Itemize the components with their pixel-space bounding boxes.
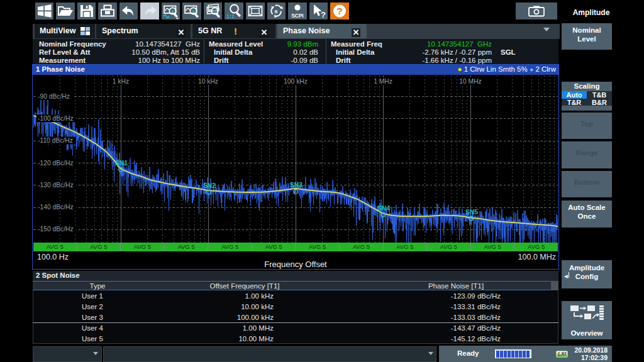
- svg-text:-110 dBc/Hz: -110 dBc/Hz: [38, 137, 73, 144]
- svg-text:10 MHz: 10 MHz: [459, 78, 481, 85]
- svg-text:-120 dBc/Hz: -120 dBc/Hz: [38, 160, 74, 167]
- svg-text:?: ?: [321, 10, 326, 19]
- svg-text:SN1: SN1: [115, 160, 128, 167]
- svg-text:-140 dBc/Hz: -140 dBc/Hz: [38, 204, 74, 211]
- svg-text:-130 dBc/Hz: -130 dBc/Hz: [38, 182, 74, 189]
- svg-text:SN3: SN3: [290, 182, 303, 189]
- svg-text:1 MHz: 1 MHz: [374, 78, 392, 85]
- svg-text:-100 dBc/Hz: -100 dBc/Hz: [38, 115, 74, 122]
- svg-text:1:1: 1:1: [226, 13, 235, 19]
- svg-text:s: s: [274, 8, 277, 14]
- svg-text:SN4: SN4: [377, 205, 390, 212]
- svg-text:-150 dBc/Hz: -150 dBc/Hz: [38, 226, 74, 233]
- svg-text:SN2: SN2: [203, 182, 216, 189]
- svg-text:1 kHz: 1 kHz: [113, 78, 129, 85]
- svg-text:SCPI: SCPI: [291, 13, 303, 19]
- svg-text:SN5: SN5: [465, 209, 478, 216]
- svg-text:10 kHz: 10 kHz: [198, 78, 218, 85]
- svg-text:100 kHz: 100 kHz: [284, 78, 308, 85]
- svg-text:?: ?: [336, 6, 342, 16]
- svg-text:-90 dBc/Hz: -90 dBc/Hz: [38, 93, 70, 100]
